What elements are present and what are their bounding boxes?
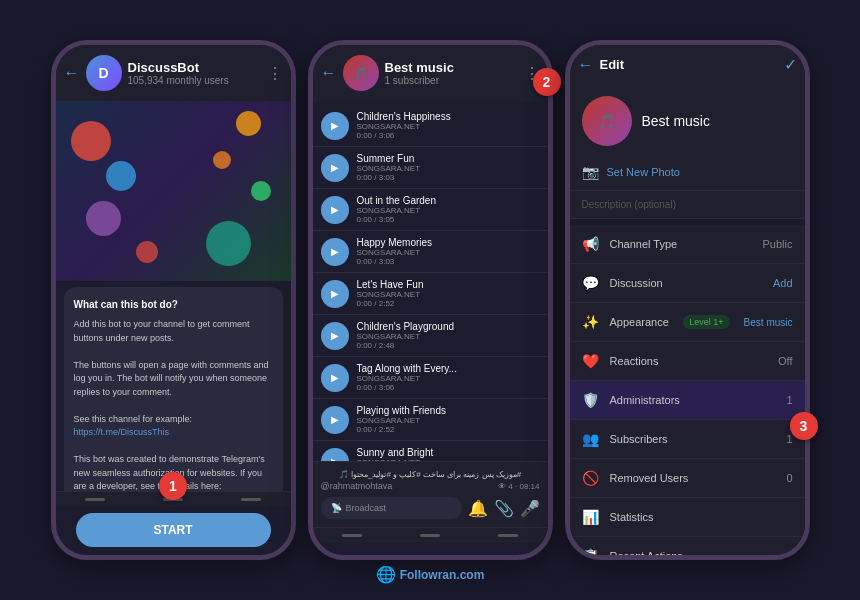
chat-bubble-1: What can this bot do? Add this bot to yo… (64, 287, 283, 491)
list-item[interactable]: ▶ Let's Have Fun SONGSARA.NET 0:00 / 2:5… (313, 273, 548, 315)
back-icon-1[interactable]: ← (64, 64, 80, 82)
channel-type-icon: 📢 (582, 236, 600, 252)
menu-item-discussion[interactable]: 💬 Discussion Add (570, 264, 805, 303)
menu-item-recent-actions[interactable]: 📋 Recent Actions (570, 537, 805, 560)
song-title: Out in the Garden (357, 195, 540, 206)
header-subtitle-1: 105,934 monthly users (128, 75, 261, 86)
song-title: Children's Happiness (357, 111, 540, 122)
discussion-icon: 💬 (582, 275, 600, 291)
attachment-icon[interactable]: 📎 (494, 499, 514, 518)
description-row[interactable]: Description (optional) (570, 191, 805, 219)
start-button[interactable]: START (76, 513, 271, 547)
channel-type-label: Channel Type (610, 238, 753, 250)
play-button[interactable]: ▶ (321, 238, 349, 266)
list-item[interactable]: ▶ Happy Memories SONGSARA.NET 0:00 / 3:0… (313, 231, 548, 273)
song-duration: 0:00 / 2:52 (357, 299, 540, 308)
chat-line3: See this channel for example: (74, 413, 273, 427)
song-list: ▶ Children's Happiness SONGSARA.NET 0:00… (313, 101, 548, 461)
subscribers-value: 1 (786, 433, 792, 445)
set-photo-text: Set New Photo (607, 166, 680, 178)
phone2-header: ← 🎵 Best music 1 subscriber ⋮ (313, 45, 548, 101)
admin-icon: 🛡️ (582, 392, 600, 408)
menu-item-removed[interactable]: 🚫 Removed Users 0 (570, 459, 805, 498)
broadcast-label: Broadcast (346, 503, 387, 513)
statistics-icon: 📊 (582, 509, 600, 525)
reactions-label: Reactions (610, 355, 769, 367)
avatar-music: 🎵 (343, 55, 379, 91)
reactions-value: Off (778, 355, 792, 367)
play-button[interactable]: ▶ (321, 280, 349, 308)
play-button[interactable]: ▶ (321, 448, 349, 462)
song-source: SONGSARA.NET (357, 290, 540, 299)
back-icon-3[interactable]: ← (578, 56, 594, 74)
song-source: SONGSARA.NET (357, 332, 540, 341)
broadcast-bar: 📡 Broadcast 🔔 📎 🎤 (321, 497, 540, 519)
song-title: Sunny and Bright (357, 447, 540, 458)
discussion-label: Discussion (610, 277, 763, 289)
chat-link1[interactable]: https://t.me/DiscussThis (74, 427, 170, 437)
globe-icon: 🌐 (376, 565, 396, 584)
list-item[interactable]: ▶ Sunny and Bright SONGSARA.NET 0:00 / 2… (313, 441, 548, 461)
subscribers-label: Subscribers (610, 433, 777, 445)
header-info-2: Best music 1 subscriber (385, 60, 518, 86)
song-title: Tag Along with Every... (357, 363, 540, 374)
time-stamp: 👁 4 · 08:14 (498, 482, 539, 491)
song-duration: 0:00 / 3:06 (357, 131, 540, 140)
phone1-header: ← D DiscussBot 105,934 monthly users ⋮ (56, 45, 291, 101)
menu-item-appearance[interactable]: ✨ Appearance Level 1+ Best music (570, 303, 805, 342)
broadcast-pill[interactable]: 📡 Broadcast (321, 497, 462, 519)
removed-label: Removed Users (610, 472, 777, 484)
header-info-3: Edit (600, 57, 778, 72)
menu-item-admins[interactable]: 🛡️ Administrators 1 (570, 381, 805, 420)
header-title-2: Best music (385, 60, 518, 75)
song-duration: 0:00 / 3:06 (357, 383, 540, 392)
removed-value: 0 (786, 472, 792, 484)
mic-icon[interactable]: 🎤 (520, 499, 540, 518)
discussion-value: Add (773, 277, 793, 289)
play-button[interactable]: ▶ (321, 154, 349, 182)
appearance-value: Best music (744, 317, 793, 328)
play-button[interactable]: ▶ (321, 406, 349, 434)
edit-title: Edit (600, 57, 778, 72)
camera-icon: 📷 (582, 164, 599, 180)
list-item[interactable]: ▶ Summer Fun SONGSARA.NET 0:00 / 3:03 (313, 147, 548, 189)
menu-item-channel-type[interactable]: 📢 Channel Type Public (570, 225, 805, 264)
user-tag: @rahmatmohtava (321, 481, 393, 491)
edit-avatar[interactable]: 🎵 (582, 96, 632, 146)
broadcast-icon: 📡 (331, 503, 342, 513)
play-button[interactable]: ▶ (321, 196, 349, 224)
menu-item-subscribers[interactable]: 👥 Subscribers 1 (570, 420, 805, 459)
song-duration: 0:00 / 3:03 (357, 257, 540, 266)
badge-3: 3 (790, 412, 818, 440)
chat-heading: What can this bot do? (74, 297, 273, 312)
recent-label: Recent Actions (610, 550, 793, 560)
list-item[interactable]: ▶ Children's Happiness SONGSARA.NET 0:00… (313, 105, 548, 147)
header-info-1: DiscussBot 105,934 monthly users (128, 60, 261, 86)
menu-item-reactions[interactable]: ❤️ Reactions Off (570, 342, 805, 381)
list-item[interactable]: ▶ Tag Along with Every... SONGSARA.NET 0… (313, 357, 548, 399)
recent-icon: 📋 (582, 548, 600, 560)
edit-profile-section: 🎵 🙂 (570, 84, 805, 154)
play-button[interactable]: ▶ (321, 322, 349, 350)
check-icon[interactable]: ✓ (784, 55, 797, 74)
play-button[interactable]: ▶ (321, 112, 349, 140)
nav-footer-2 (313, 527, 548, 543)
menu-item-statistics[interactable]: 📊 Statistics (570, 498, 805, 537)
list-item[interactable]: ▶ Out in the Garden SONGSARA.NET 0:00 / … (313, 189, 548, 231)
channel-name-input[interactable] (642, 113, 805, 129)
song-info: Children's Happiness SONGSARA.NET 0:00 /… (357, 111, 540, 140)
list-item[interactable]: ▶ Playing with Friends SONGSARA.NET 0:00… (313, 399, 548, 441)
menu-dots-1[interactable]: ⋮ (267, 64, 283, 83)
song-duration: 0:00 / 2:52 (357, 425, 540, 434)
notification-icon[interactable]: 🔔 (468, 499, 488, 518)
set-photo-row[interactable]: 📷 Set New Photo (570, 154, 805, 191)
play-button[interactable]: ▶ (321, 364, 349, 392)
song-title: Summer Fun (357, 153, 540, 164)
header-title-1: DiscussBot (128, 60, 261, 75)
song-source: SONGSARA.NET (357, 248, 540, 257)
list-item[interactable]: ▶ Children's Playground SONGSARA.NET 0:0… (313, 315, 548, 357)
phone3: ← Edit ✓ 🎵 🙂 📷 Set New Photo (565, 40, 810, 560)
back-icon-2[interactable]: ← (321, 64, 337, 82)
song-duration: 0:00 / 3:05 (357, 215, 540, 224)
phone2-bottom: #موزیک پس زمینه برای ساخت #کلیپ و #تولید… (313, 461, 548, 527)
